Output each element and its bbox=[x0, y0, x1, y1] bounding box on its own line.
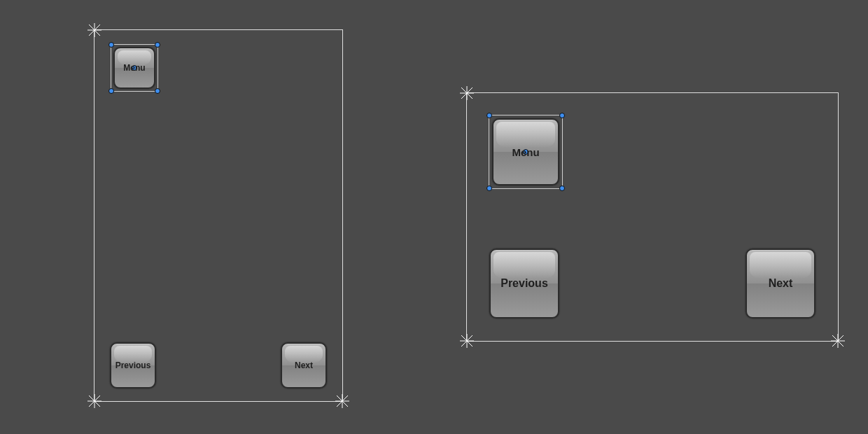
menu-button[interactable]: Menu bbox=[492, 118, 559, 186]
menu-button[interactable]: Menu bbox=[113, 47, 155, 89]
next-button[interactable]: Next bbox=[281, 342, 327, 388]
anchor-star-icon bbox=[335, 394, 349, 408]
anchor-star-icon bbox=[460, 334, 474, 348]
menu-button-label: Menu bbox=[512, 146, 539, 158]
previous-button-label: Previous bbox=[115, 360, 151, 370]
device-panel-portrait[interactable]: Menu Previous Next bbox=[94, 29, 343, 402]
anchor-star-icon bbox=[831, 334, 845, 348]
previous-button-label: Previous bbox=[500, 277, 548, 290]
menu-button-label: Menu bbox=[123, 63, 145, 73]
selection-handle-top-left[interactable] bbox=[486, 113, 492, 118]
selection-handle-top-right[interactable] bbox=[155, 42, 160, 48]
selection-handle-bottom-left[interactable] bbox=[486, 186, 492, 191]
selection-handle-top-right[interactable] bbox=[559, 113, 565, 118]
device-panel-landscape[interactable]: Menu Previous Next bbox=[466, 92, 839, 342]
next-button[interactable]: Next bbox=[746, 248, 816, 318]
selection-handle-bottom-right[interactable] bbox=[155, 88, 160, 94]
previous-button[interactable]: Previous bbox=[110, 342, 156, 388]
next-button-label: Next bbox=[295, 360, 313, 370]
selection-handle-top-left[interactable] bbox=[108, 42, 114, 48]
previous-button[interactable]: Previous bbox=[489, 248, 559, 318]
next-button-label: Next bbox=[769, 277, 793, 290]
selection-handle-bottom-right[interactable] bbox=[559, 186, 565, 191]
selection-handle-bottom-left[interactable] bbox=[108, 88, 114, 94]
anchor-star-icon bbox=[88, 23, 102, 37]
anchor-star-icon bbox=[88, 394, 102, 408]
anchor-star-icon bbox=[460, 86, 474, 100]
